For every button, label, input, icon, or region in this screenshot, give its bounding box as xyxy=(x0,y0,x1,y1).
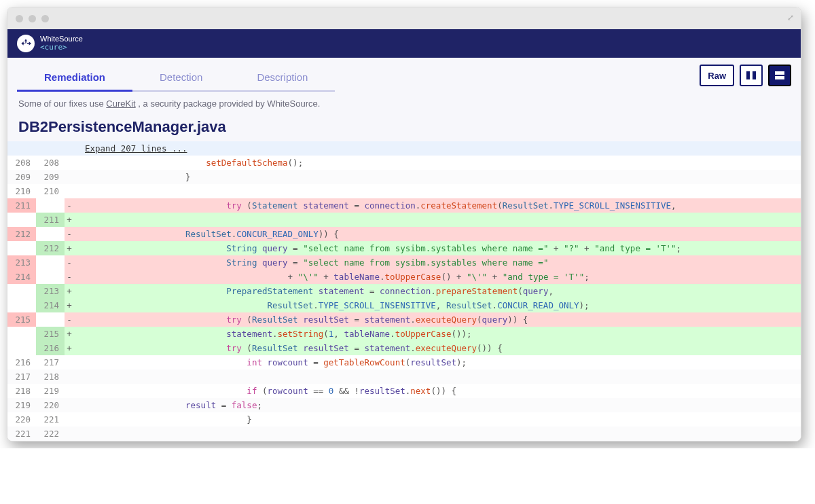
expand-icon[interactable]: ⤢ xyxy=(787,13,794,22)
diff-line: 217218 xyxy=(7,370,801,384)
svg-rect-0 xyxy=(746,71,750,79)
brand-bar: WhiteSource <cure> xyxy=(7,29,801,58)
file-name: DB2PersistenceManager.java xyxy=(7,115,801,141)
svg-rect-3 xyxy=(775,76,784,79)
diff-line: 216+ try (ResultSet resultSet = statemen… xyxy=(7,341,801,355)
brand-text: WhiteSource <cure> xyxy=(40,35,83,51)
raw-button[interactable]: Raw xyxy=(700,65,734,86)
diff-line: 209209 } xyxy=(7,170,801,184)
diff-line: 215+ statement.setString(1, tableName.to… xyxy=(7,327,801,341)
diff-line: 213- String query = "select name from sy… xyxy=(7,255,801,270)
tabs: Remediation Detection Description xyxy=(17,63,335,92)
diff-line: 214- + "\'" + tableName.toUpperCase() + … xyxy=(7,270,801,284)
tab-remediation[interactable]: Remediation xyxy=(17,63,132,92)
tab-detection[interactable]: Detection xyxy=(132,63,230,92)
view-controls: Raw xyxy=(700,65,791,90)
diff-line: 211- try (Statement statement = connecti… xyxy=(7,198,801,213)
diff-line: 215- try (ResultSet resultSet = statemen… xyxy=(7,312,801,327)
curekit-link[interactable]: CureKit xyxy=(106,98,135,109)
svg-rect-1 xyxy=(753,71,756,79)
window-controls xyxy=(16,15,49,22)
diff-line: 208208 setDefaultSchema(); xyxy=(7,156,801,170)
tab-description[interactable]: Description xyxy=(230,63,335,92)
tabs-row: Remediation Detection Description Raw xyxy=(7,58,801,92)
info-note: Some of our fixes use CureKit , a securi… xyxy=(7,92,801,115)
app-window: ⤢ WhiteSource <cure> Remediation Detecti… xyxy=(7,7,801,442)
brand-sub: <cure> xyxy=(40,43,83,52)
svg-rect-2 xyxy=(775,71,784,75)
diff-line: 221222 xyxy=(7,427,801,441)
diff-line: 214+ ResultSet.TYPE_SCROLL_INSENSITIVE, … xyxy=(7,298,801,312)
close-icon[interactable] xyxy=(16,15,23,22)
expand-row[interactable]: Expand 207 lines ... xyxy=(7,141,801,156)
minimize-icon[interactable] xyxy=(29,15,36,22)
zoom-icon[interactable] xyxy=(41,15,49,22)
note-suffix: , a security package provided by WhiteSo… xyxy=(136,98,321,109)
note-prefix: Some of our fixes use xyxy=(18,98,106,109)
logo-icon xyxy=(17,35,35,52)
diff-line: 219220 result = false; xyxy=(7,398,801,412)
diff-line: 216217 int rowcount = getTableRowCount(r… xyxy=(7,355,801,370)
diff-line: 212+ String query = "select name from sy… xyxy=(7,241,801,255)
split-view-button[interactable] xyxy=(740,65,763,86)
diff-line: 211+ xyxy=(7,213,801,227)
expand-label[interactable]: Expand 207 lines ... xyxy=(74,141,801,156)
diff-line: 212- ResultSet.CONCUR_READ_ONLY)) { xyxy=(7,227,801,241)
titlebar: ⤢ xyxy=(7,7,801,29)
unified-view-button[interactable] xyxy=(768,65,791,86)
diff-line: 218219 if (rowcount == 0 && !resultSet.n… xyxy=(7,384,801,398)
diff-line: 220221 } xyxy=(7,412,801,427)
diff-line: 213+ PreparedStatement statement = conne… xyxy=(7,284,801,298)
diff-line: 210210 xyxy=(7,184,801,198)
diff-view: Expand 207 lines ... 208208 setDefaultSc… xyxy=(7,141,801,441)
